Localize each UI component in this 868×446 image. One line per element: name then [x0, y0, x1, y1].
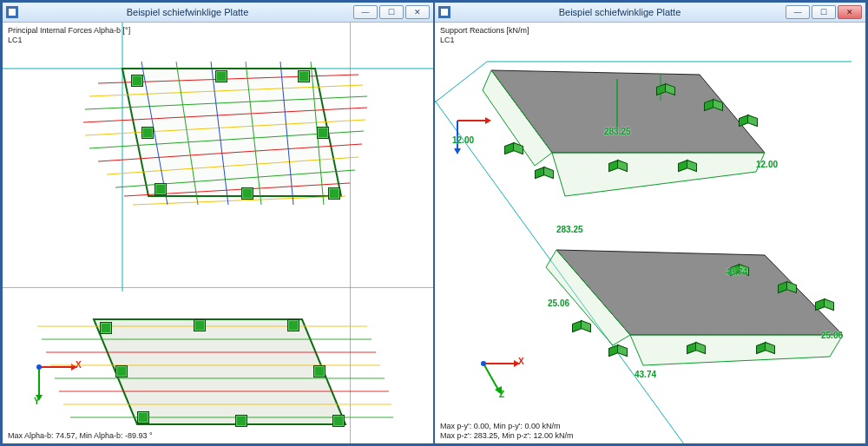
support-node — [235, 415, 247, 427]
support-node — [141, 127, 154, 139]
window-title-right: Beispiel schiefwinklige Platte — [454, 7, 786, 17]
close-button[interactable]: ✕ — [405, 5, 430, 19]
result-type-label: Principal Internal Forces Alpha-b [°] — [8, 26, 130, 36]
support-node — [115, 365, 128, 377]
window-title-left: Beispiel schiefwinklige Platte — [22, 7, 353, 17]
reaction-value: 25.06 — [548, 298, 569, 308]
titlebar-left[interactable]: Beispiel schiefwinklige Platte — ☐ ✕ — [3, 3, 433, 23]
support-3d — [608, 346, 628, 357]
support-3d — [678, 161, 697, 172]
viewport-left[interactable]: Principal Internal Forces Alpha-b [°] LC… — [3, 23, 433, 443]
close-button[interactable]: ✕ — [838, 5, 862, 19]
dot-grid — [435, 23, 865, 443]
window-right: Beispiel schiefwinklige Platte — ☐ ✕ Sup… — [434, 2, 866, 444]
support-node — [100, 322, 112, 334]
support-3d — [756, 344, 775, 354]
loadcase-label: LC1 — [440, 36, 529, 45]
app-icon — [6, 6, 18, 18]
support-node — [287, 319, 299, 331]
support-node — [155, 183, 167, 195]
support-node — [194, 319, 206, 331]
support-3d — [704, 101, 723, 111]
support-node — [215, 70, 227, 82]
minimize-button[interactable]: — — [786, 5, 810, 19]
support-3d — [687, 344, 706, 354]
titlebar-right[interactable]: Beispiel schiefwinklige Platte — ☐ ✕ — [435, 3, 865, 23]
window-left: Beispiel schiefwinklige Platte — ☐ ✕ Pri… — [2, 2, 434, 444]
reaction-value: 283.25 — [604, 127, 631, 136]
support-node — [317, 127, 329, 139]
support-node — [298, 70, 310, 82]
support-3d — [504, 144, 523, 154]
divider-horizontal — [3, 287, 433, 288]
support-node — [328, 187, 340, 200]
support-node — [131, 75, 143, 87]
maximize-button[interactable]: ☐ — [379, 5, 404, 19]
support-3d — [815, 300, 834, 311]
support-3d — [535, 168, 554, 179]
support-3d — [656, 85, 675, 95]
loadcase-label: LC1 — [8, 36, 130, 45]
status-line-right: Max p-y': 0.00, Min p-y': 0.00 kN/m Max … — [440, 422, 574, 442]
reaction-value: 283.25 — [556, 225, 583, 234]
meta-text-left: Principal Internal Forces Alpha-b [°] LC… — [8, 26, 130, 46]
maximize-button[interactable]: ☐ — [812, 5, 836, 19]
support-node — [241, 187, 253, 200]
reaction-value: 43.74 — [726, 267, 747, 277]
support-node — [137, 411, 149, 423]
app-icon — [438, 6, 450, 18]
reaction-value: 12.00 — [756, 160, 778, 169]
status-line-left: Max Alpha-b: 74.57, Min Alpha-b: -89.93 … — [8, 431, 153, 441]
support-3d — [778, 283, 797, 293]
reaction-value: 43.74 — [635, 370, 656, 379]
viewport-right[interactable]: Support Reactions [kN/m] LC1 Max p-y': 0… — [435, 23, 865, 443]
support-3d — [608, 161, 628, 172]
dot-grid — [3, 23, 433, 443]
minimize-button[interactable]: — — [353, 5, 378, 19]
divider-vertical — [350, 23, 351, 443]
support-node — [332, 415, 345, 427]
result-type-label: Support Reactions [kN/m] — [440, 26, 529, 36]
support-3d — [572, 322, 591, 332]
support-3d — [739, 116, 758, 127]
reaction-value: 25.06 — [821, 331, 843, 340]
reaction-value: 12.00 — [452, 135, 474, 145]
meta-text-right: Support Reactions [kN/m] LC1 — [440, 26, 529, 46]
support-node — [313, 365, 326, 377]
